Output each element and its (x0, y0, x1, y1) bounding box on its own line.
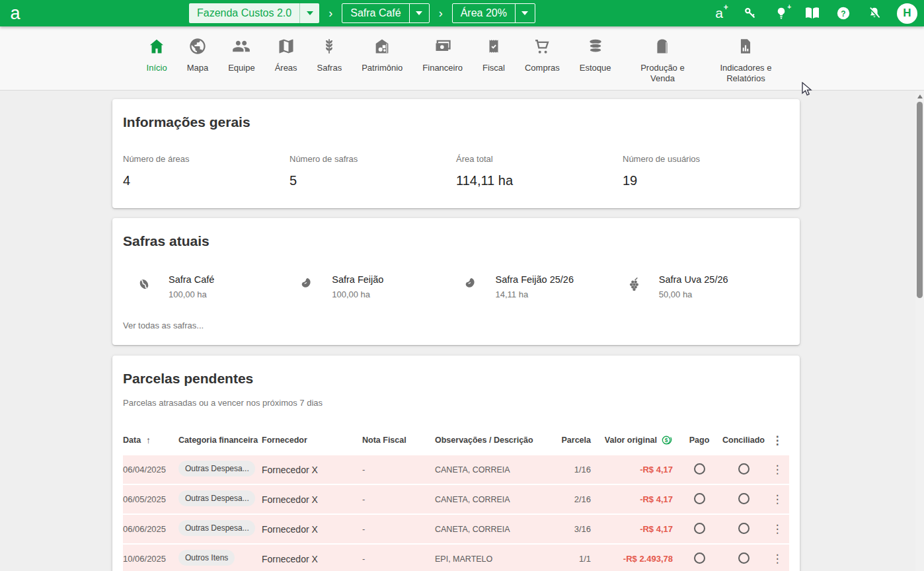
reconciled-radio[interactable] (738, 493, 750, 504)
pending-installments-card: Parcelas pendentes Parcelas atrasadas ou… (112, 356, 800, 571)
col-parcela[interactable]: Parcela (554, 436, 600, 445)
col-observacoes[interactable]: Observações / Descrição (435, 436, 554, 445)
nav-label: Indicadores e Relatórios (714, 63, 777, 85)
safra-selector[interactable]: Safra Café (342, 3, 429, 23)
row-menu-icon[interactable]: ⋮ (771, 553, 784, 564)
app-header: a Fazenda Custos 2.0 › Safra Café › Área… (0, 0, 924, 26)
safra-texts: Safra Café 100,00 ha (169, 274, 214, 299)
col-categoria[interactable]: Categoria financeira (178, 436, 262, 445)
stat-label: Número de safras (289, 154, 456, 164)
vertical-scrollbar[interactable] (915, 91, 924, 571)
plus-badge: + (787, 3, 791, 11)
cell-category: Outras Despesa... (178, 520, 262, 538)
notifications-button[interactable] (866, 5, 883, 22)
nav-item-safras[interactable]: Safras (309, 36, 351, 73)
safra-item-feijao-2526[interactable]: Safra Feijão 25/26 14,11 ha (463, 274, 626, 299)
scrollbar-thumb[interactable] (917, 102, 923, 298)
access-keys-button[interactable] (742, 5, 759, 22)
cell-paid (682, 523, 716, 536)
nav-item-patrimonio[interactable]: Patrimônio (353, 36, 411, 73)
farm-selector-caret[interactable] (299, 3, 319, 23)
bean-icon (299, 276, 316, 293)
wheat-icon (321, 36, 338, 57)
nav-label: Fiscal (482, 63, 505, 73)
scroll-up-arrow-icon[interactable] (917, 95, 923, 98)
cell-supplier: Fornecedor X (262, 465, 362, 475)
parcelas-subtitle: Parcelas atrasadas ou a vencer nos próxi… (123, 398, 789, 408)
area-selector-caret[interactable] (515, 4, 535, 22)
safra-selector-label: Safra Café (342, 7, 408, 19)
cell-reconciled (716, 523, 771, 536)
stat-value: 4 (123, 173, 289, 188)
row-menu-icon[interactable]: ⋮ (771, 464, 784, 475)
nav-item-fiscal[interactable]: Fiscal (474, 36, 514, 73)
paid-radio[interactable] (694, 523, 705, 534)
nav-item-financeiro[interactable]: Financeiro (414, 36, 471, 73)
suggestions-button[interactable]: + (773, 5, 790, 22)
current-safras-card: Safras atuais Safra Café 100,00 ha Safra… (112, 218, 800, 345)
invite-user-button[interactable]: a+ (711, 5, 728, 22)
safra-selector-caret[interactable] (409, 4, 429, 22)
stat-value: 19 (623, 173, 789, 188)
farm-selector[interactable]: Fazenda Custos 2.0 (189, 3, 319, 23)
cell-invoice: - (362, 494, 435, 504)
col-data[interactable]: Data ↑ (123, 435, 178, 445)
safra-item-cafe[interactable]: Safra Café 100,00 ha (135, 274, 299, 299)
col-label: Data (123, 436, 141, 445)
nav-item-inicio[interactable]: Início (138, 36, 176, 73)
col-conciliado[interactable]: Conciliado (716, 436, 771, 445)
category-chip[interactable]: Outras Despesa... (178, 461, 255, 476)
nav-item-indicadores-relatorios[interactable]: Indicadores e Relatórios (705, 36, 786, 85)
cell-installment: 2/16 (554, 494, 600, 504)
aegro-logo[interactable]: a (0, 0, 30, 26)
table-row[interactable]: 06/06/2025 Outras Despesa... Fornecedor … (123, 515, 789, 545)
category-chip[interactable]: Outras Despesa... (178, 520, 255, 536)
area-selector[interactable]: Área 20% (452, 3, 535, 23)
row-menu-icon[interactable]: ⋮ (771, 523, 784, 535)
cell-supplier: Fornecedor X (262, 524, 362, 535)
safra-item-uva-2526[interactable]: Safra Uva 25/26 50,00 ha (626, 274, 789, 299)
reconciled-radio[interactable] (738, 552, 750, 564)
guide-button[interactable] (804, 5, 821, 22)
cell-installment: 1/1 (554, 554, 600, 564)
reconciled-radio[interactable] (738, 463, 750, 475)
paid-radio[interactable] (694, 463, 705, 475)
sort-asc-icon[interactable]: ↑ (146, 435, 151, 445)
help-button[interactable]: ? (835, 5, 852, 22)
see-all-safras-link[interactable]: Ver todas as safras... (123, 321, 789, 330)
table-menu-icon[interactable]: ⋮ (771, 435, 784, 446)
breadcrumb-separator: › (327, 7, 334, 19)
row-menu-icon[interactable]: ⋮ (771, 494, 784, 505)
table-row[interactable]: 06/05/2025 Outras Despesa... Fornecedor … (123, 485, 789, 515)
reconciled-radio[interactable] (738, 523, 750, 534)
cell-supplier: Fornecedor X (262, 494, 362, 505)
paid-radio[interactable] (694, 552, 705, 564)
col-valor-original[interactable]: Valor original $ (600, 434, 682, 446)
table-row[interactable]: 10/06/2025 Outros Itens Fornecedor X - E… (123, 545, 789, 571)
nav-item-estoque[interactable]: Estoque (571, 36, 620, 73)
banknote-icon (433, 36, 453, 57)
col-label: Valor original (605, 436, 657, 445)
nav-item-equipe[interactable]: Equipe (219, 36, 263, 73)
col-nota-fiscal[interactable]: Nota Fiscal (362, 436, 435, 445)
nav-label: Compras (525, 63, 560, 73)
safra-item-feijao[interactable]: Safra Feijão 100,00 ha (299, 274, 462, 299)
nav-item-mapa[interactable]: Mapa (178, 36, 217, 73)
home-icon (147, 36, 166, 57)
nav-item-areas[interactable]: Áreas (266, 36, 306, 73)
col-fornecedor[interactable]: Fornecedor (262, 436, 362, 445)
cell-date: 06/06/2025 (123, 524, 178, 534)
nav-item-producao-venda[interactable]: Produção e Venda (622, 36, 703, 85)
nav-item-compras[interactable]: Compras (516, 36, 568, 73)
col-pago[interactable]: Pago (682, 436, 716, 445)
cell-paid (682, 493, 716, 506)
category-chip[interactable]: Outros Itens (178, 550, 235, 566)
stats-row: Número de áreas 4 Número de safras 5 Áre… (123, 154, 789, 188)
paid-radio[interactable] (694, 493, 705, 504)
category-chip[interactable]: Outras Despesa... (178, 490, 255, 506)
nav-label: Estoque (580, 63, 611, 73)
avatar[interactable]: H (897, 3, 917, 24)
tractor-shed-icon (372, 36, 392, 57)
table-row[interactable]: 06/04/2025 Outras Despesa... Fornecedor … (123, 455, 789, 485)
cell-date: 06/04/2025 (123, 465, 178, 475)
